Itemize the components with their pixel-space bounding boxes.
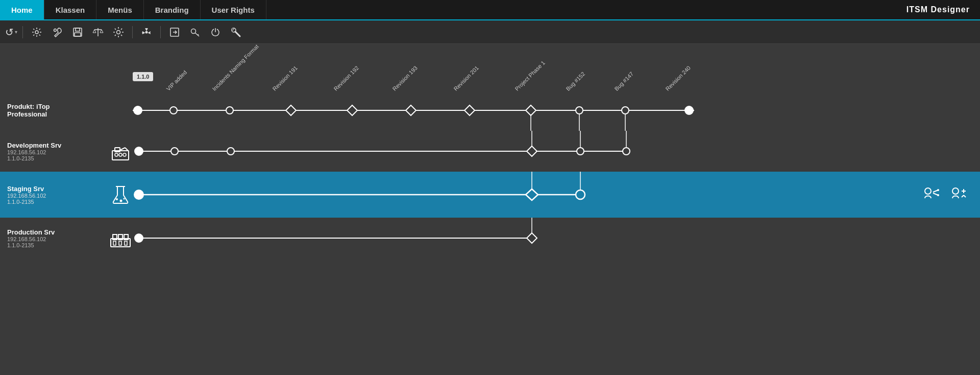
svg-marker-23	[347, 105, 357, 115]
staging-action-1[interactable]	[921, 184, 940, 205]
version-label-r192: Revision 192	[333, 65, 360, 92]
itop-timeline-svg	[133, 90, 980, 131]
row-dev-timeline	[134, 131, 980, 172]
row-itop-title2: Professional	[7, 110, 133, 118]
version-label-b152: Bug #152	[565, 71, 586, 92]
toolbar-separator-2	[132, 26, 133, 38]
row-staging-icon	[107, 184, 134, 205]
tab-klassen[interactable]: Klassen	[44, 0, 97, 19]
row-dev-label: Development Srv 192.168.56.102 1.1.0-213…	[0, 142, 107, 161]
row-itop-timeline	[133, 90, 980, 131]
save-btn[interactable]	[69, 24, 86, 40]
svg-point-1	[54, 29, 57, 31]
tab-user-rights[interactable]: User Rights	[201, 0, 266, 19]
row-dev-icon	[107, 140, 134, 162]
key-btn[interactable]	[186, 24, 204, 40]
balance-btn[interactable]	[89, 24, 107, 40]
svg-marker-26	[526, 105, 536, 115]
tab-home[interactable]: Home	[0, 0, 44, 19]
industry-icon	[109, 227, 132, 249]
gear-btn[interactable]	[110, 24, 127, 40]
row-staging-label: Staging Srv 192.168.56.102 1.1.0-2135	[0, 185, 107, 205]
row-itop-title: Produkt: iTop	[7, 103, 133, 110]
svg-point-64	[937, 189, 939, 191]
svg-point-65	[937, 194, 939, 196]
radiation-btn[interactable]	[138, 24, 155, 40]
wrench-btn[interactable]	[227, 24, 244, 40]
row-staging-sub1: 192.168.56.102	[7, 193, 107, 199]
row-itop-label: Produkt: iTop Professional	[0, 103, 133, 118]
svg-point-44	[227, 148, 234, 155]
svg-line-70	[964, 195, 966, 197]
version-label-pp1: Project Phase 1	[514, 60, 546, 92]
svg-point-20	[170, 107, 177, 114]
version-label-r193: Revision 193	[391, 65, 419, 92]
toolbar-separator-1	[22, 26, 23, 38]
svg-rect-76	[113, 241, 116, 245]
svg-point-81	[135, 234, 143, 242]
svg-rect-77	[119, 241, 121, 245]
row-staging[interactable]: Staging Srv 192.168.56.102 1.1.0-2135	[0, 172, 980, 218]
svg-marker-22	[286, 105, 296, 115]
undo-group[interactable]: ↺ ▾	[5, 26, 17, 38]
row-production-label: Production Srv 192.168.56.102 1.1.0-2135	[0, 228, 107, 248]
svg-point-0	[35, 31, 38, 34]
svg-marker-45	[527, 146, 537, 156]
svg-point-43	[171, 148, 178, 155]
row-dev-sub1: 192.168.56.102	[7, 149, 107, 155]
row-staging-title: Staging Srv	[7, 185, 107, 193]
svg-rect-78	[125, 241, 127, 245]
flask-icon	[111, 184, 130, 205]
main-content: 1.1.0 VIP added Incidents Naming Format …	[0, 44, 980, 375]
svg-point-11	[191, 29, 196, 33]
svg-rect-3	[76, 28, 80, 31]
row-itop: Produkt: iTop Professional	[0, 90, 980, 131]
row-staging-sub2: 1.1.0-2135	[7, 199, 107, 205]
settings-btn[interactable]	[28, 24, 45, 40]
tab-branding[interactable]: Branding	[144, 0, 201, 19]
svg-marker-58	[526, 189, 538, 200]
svg-point-60	[576, 190, 585, 199]
svg-point-49	[623, 148, 630, 155]
svg-point-47	[577, 148, 584, 155]
svg-point-29	[685, 106, 693, 114]
row-dev-sub2: 1.1.0-2135	[7, 155, 107, 161]
dev-timeline-svg	[134, 131, 980, 172]
tab-menus[interactable]: Menüs	[96, 0, 144, 19]
row-production-title: Production Srv	[7, 228, 107, 236]
power-btn[interactable]	[207, 24, 224, 40]
top-nav: Home Klassen Menüs Branding User Rights …	[0, 0, 980, 20]
row-production-timeline	[134, 218, 980, 259]
version-badge-1.1.0: 1.1.0	[133, 72, 153, 81]
app-title: ITSM Designer	[896, 0, 980, 19]
undo-dropdown-icon[interactable]: ▾	[15, 29, 17, 35]
version-label-b147: Bug #147	[614, 71, 635, 92]
svg-marker-25	[464, 105, 475, 115]
row-production-icon	[107, 227, 134, 249]
staging-action-2[interactable]	[948, 184, 968, 205]
row-production-sub1: 192.168.56.102	[7, 236, 107, 242]
svg-point-57	[134, 190, 143, 199]
toolbar: ↺ ▾	[0, 20, 980, 44]
svg-line-13	[198, 34, 199, 35]
svg-line-16	[235, 32, 240, 36]
svg-point-38	[119, 153, 122, 156]
svg-point-17	[232, 28, 234, 30]
row-staging-timeline	[134, 172, 921, 218]
staging-actions	[921, 184, 980, 205]
factory-icon	[110, 140, 131, 162]
version-label-r240: Revision 240	[665, 65, 692, 92]
svg-point-27	[576, 107, 583, 114]
svg-point-8	[145, 31, 148, 33]
row-production-sub2: 1.1.0-2135	[7, 242, 107, 248]
svg-point-28	[622, 107, 629, 114]
version-label-inc: Incidents Naming Format	[211, 44, 260, 92]
version-label-r191: Revision 191	[272, 65, 299, 92]
svg-point-37	[115, 153, 118, 156]
tool-btn[interactable]	[48, 24, 66, 40]
toolbar-separator-3	[160, 26, 161, 38]
svg-point-54	[120, 200, 122, 202]
undo-icon[interactable]: ↺	[5, 26, 14, 38]
export-btn[interactable]	[166, 24, 183, 40]
version-label-r201: Revision 201	[453, 65, 480, 92]
